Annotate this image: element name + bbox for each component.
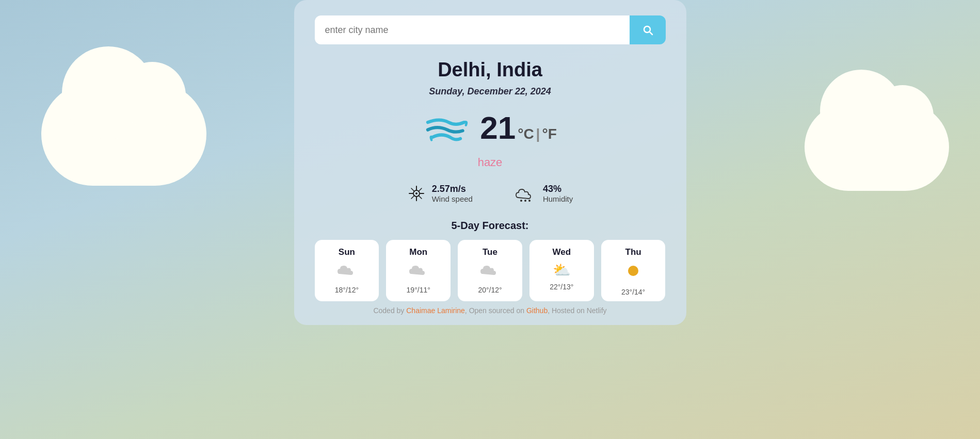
forecast-card: Sun18°/12° (315, 240, 379, 301)
search-row (315, 15, 666, 44)
svg-point-12 (528, 200, 531, 202)
forecast-weather-icon (408, 262, 429, 282)
humidity-text: 43% Humidity (543, 184, 573, 203)
weather-card: Delhi, India Sunday, December 22, 2024 2… (294, 0, 686, 325)
forecast-weather-icon: ⛅ (553, 262, 571, 279)
search-button[interactable] (630, 15, 666, 44)
cloud-right (805, 103, 949, 191)
forecast-temp: 18°/12° (335, 286, 359, 294)
forecast-card: Wed⛅22°/13° (529, 240, 594, 301)
wind-speed-text: 2.57m/s Wind speed (432, 184, 473, 203)
wind-speed-value: 2.57m/s (432, 184, 473, 194)
svg-point-11 (524, 200, 526, 202)
weather-main: 21 °C | °F (423, 107, 557, 149)
temperature-value: 21 (480, 112, 516, 144)
cloud-left (41, 83, 206, 186)
svg-line-7 (419, 188, 422, 191)
forecast-day-label: Mon (409, 247, 427, 257)
forecast-title: 5-Day Forecast: (451, 220, 528, 232)
search-icon (641, 24, 654, 36)
humidity-value: 43% (543, 184, 573, 194)
footer: Coded by Chaimae Lamirine, Open sourced … (373, 306, 606, 315)
humidity-icon (514, 184, 537, 203)
forecast-temp: 19°/11° (407, 286, 430, 294)
forecast-weather-icon (479, 262, 500, 282)
temperature-separator: | (536, 126, 540, 142)
stats-row: 2.57m/s Wind speed 43% Humidity (315, 184, 666, 203)
weather-icon (423, 107, 470, 149)
wind-speed-icon (407, 184, 426, 203)
wind-speed-label: Wind speed (432, 194, 473, 203)
temperature-unit-c[interactable]: °C (518, 126, 534, 142)
forecast-temp: 20°/12° (478, 286, 502, 294)
weather-description: haze (478, 156, 503, 169)
forecast-day-label: Wed (553, 247, 571, 257)
svg-point-10 (520, 200, 522, 202)
temperature-unit-f[interactable]: °F (542, 126, 556, 142)
search-input[interactable] (315, 15, 630, 44)
forecast-card: Tue20°/12° (458, 240, 522, 301)
humidity-stat: 43% Humidity (514, 184, 573, 203)
forecast-weather-icon (624, 262, 642, 284)
svg-point-13 (628, 266, 638, 276)
weather-date: Sunday, December 22, 2024 (429, 86, 551, 97)
humidity-label: Humidity (543, 194, 573, 203)
wind-speed-stat: 2.57m/s Wind speed (407, 184, 473, 203)
forecast-temp: 23°/14° (621, 288, 645, 296)
svg-point-9 (415, 192, 417, 194)
forecast-temp: 22°/13° (550, 283, 573, 291)
forecast-day-label: Thu (625, 247, 641, 257)
city-name: Delhi, India (438, 59, 542, 81)
forecast-day-label: Tue (483, 247, 497, 257)
temperature-display: 21 °C | °F (480, 112, 557, 144)
svg-line-6 (419, 196, 422, 199)
svg-line-8 (411, 196, 414, 199)
forecast-weather-icon (336, 262, 357, 282)
footer-github-link[interactable]: Github (526, 306, 548, 315)
forecast-row: Sun18°/12°Mon19°/11°Tue20°/12°Wed⛅22°/13… (315, 240, 666, 301)
forecast-card: Mon19°/11° (386, 240, 451, 301)
forecast-card: Thu23°/14° (601, 240, 666, 301)
footer-author-link[interactable]: Chaimae Lamirine (406, 306, 465, 315)
forecast-day-label: Sun (339, 247, 355, 257)
svg-line-5 (411, 188, 414, 191)
